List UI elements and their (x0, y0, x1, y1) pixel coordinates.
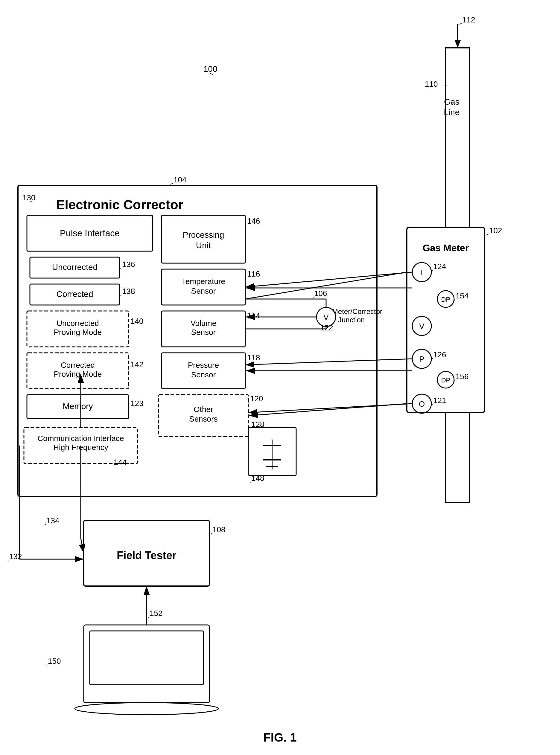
svg-text:DP: DP (441, 296, 451, 303)
svg-text:148: 148 (251, 474, 264, 483)
svg-text:Proving Mode: Proving Mode (54, 370, 102, 379)
svg-text:124: 124 (433, 262, 446, 271)
svg-text:DP: DP (441, 376, 451, 384)
svg-text:Communication Interface: Communication Interface (37, 434, 124, 443)
svg-text:112: 112 (462, 15, 475, 24)
svg-rect-8 (446, 413, 469, 502)
svg-text:Unit: Unit (196, 241, 211, 250)
svg-text:FIG. 1: FIG. 1 (263, 731, 297, 744)
svg-text:100: 100 (203, 64, 218, 74)
svg-text:156: 156 (456, 372, 468, 381)
svg-text:Electronic Corrector: Electronic Corrector (56, 197, 183, 212)
svg-text:V: V (419, 322, 424, 331)
svg-rect-9 (407, 227, 485, 413)
svg-text:Temperature: Temperature (182, 277, 225, 286)
svg-text:Proving Mode: Proving Mode (54, 328, 102, 337)
svg-text:Sensors: Sensors (189, 414, 218, 423)
svg-text:Volume: Volume (191, 319, 217, 328)
svg-text:P: P (419, 354, 424, 364)
svg-text:140: 140 (131, 317, 143, 326)
svg-line-120 (249, 404, 407, 416)
svg-text:110: 110 (425, 80, 438, 88)
svg-text:106: 106 (314, 289, 327, 298)
svg-text:132: 132 (9, 552, 22, 561)
svg-rect-110 (90, 631, 203, 685)
svg-rect-122 (446, 413, 469, 502)
svg-text:120: 120 (250, 394, 263, 403)
svg-text:Uncorrected: Uncorrected (57, 319, 99, 328)
svg-text:138: 138 (122, 287, 135, 296)
diagram: 112 110 Gas Line 102 Gas Meter T 124 DP … (0, 0, 560, 755)
svg-text:Corrected: Corrected (61, 361, 95, 370)
svg-text:118: 118 (247, 353, 260, 362)
svg-text:Junction: Junction (338, 316, 365, 324)
svg-text:Sensor: Sensor (191, 286, 216, 295)
svg-text:Field Tester: Field Tester (117, 549, 176, 562)
svg-text:122: 122 (320, 323, 333, 332)
svg-text:T: T (419, 268, 424, 277)
svg-text:Line: Line (444, 108, 460, 117)
svg-text:134: 134 (46, 516, 59, 525)
svg-text:116: 116 (247, 269, 260, 278)
svg-text:Processing: Processing (183, 230, 224, 240)
svg-text:114: 114 (247, 311, 260, 320)
svg-marker-2 (455, 40, 461, 48)
svg-text:142: 142 (131, 360, 143, 369)
svg-text:Gas Meter: Gas Meter (423, 243, 469, 253)
svg-text:Sensor: Sensor (191, 370, 216, 379)
svg-text:154: 154 (456, 291, 468, 300)
svg-text:Other: Other (194, 405, 213, 414)
svg-text:121: 121 (433, 396, 446, 405)
svg-text:150: 150 (48, 657, 61, 666)
svg-text:123: 123 (131, 399, 143, 408)
svg-text:102: 102 (489, 226, 502, 235)
svg-point-111 (75, 703, 218, 715)
svg-text:Meter/Corrector: Meter/Corrector (332, 307, 382, 315)
svg-text:Pressure: Pressure (188, 361, 219, 370)
svg-text:Corrected: Corrected (57, 289, 93, 299)
svg-text:144: 144 (114, 458, 126, 467)
svg-rect-4 (446, 48, 469, 227)
svg-text:V: V (323, 313, 329, 322)
svg-text:128: 128 (251, 420, 264, 429)
svg-text:Uncorrected: Uncorrected (52, 263, 98, 272)
svg-text:Pulse Interface: Pulse Interface (60, 228, 120, 238)
svg-text:130: 130 (22, 193, 35, 202)
svg-rect-109 (84, 625, 209, 703)
svg-line-91 (245, 359, 412, 365)
svg-text:136: 136 (122, 260, 135, 269)
svg-text:146: 146 (247, 217, 260, 225)
svg-text:Memory: Memory (62, 402, 93, 411)
svg-text:Gas: Gas (444, 97, 459, 106)
svg-text:O: O (419, 400, 425, 408)
svg-text:108: 108 (213, 525, 225, 534)
svg-text:152: 152 (149, 609, 162, 618)
svg-text:Sensor: Sensor (191, 328, 216, 337)
svg-text:126: 126 (433, 350, 446, 359)
svg-text:104: 104 (174, 175, 186, 184)
